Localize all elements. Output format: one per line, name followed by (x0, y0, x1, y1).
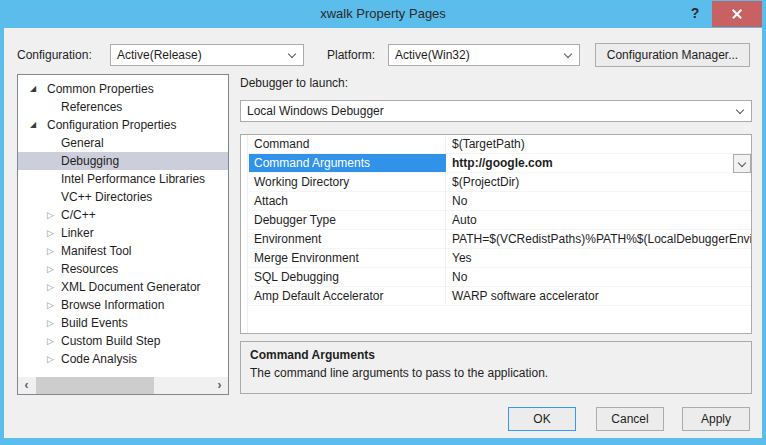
tree-item-label: Debugging (61, 154, 119, 168)
description-text: The command line arguments to pass to th… (250, 366, 742, 380)
tree-item-browse-information[interactable]: ▷Browse Information (18, 296, 228, 314)
property-row-amp-default-accelerator: Amp Default AcceleratorWARP software acc… (249, 287, 751, 306)
tree-item-references[interactable]: References (18, 98, 228, 116)
tree-item-build-events[interactable]: ▷Build Events (18, 314, 228, 332)
tree-collapsed-icon[interactable]: ▷ (47, 332, 54, 350)
configuration-combobox[interactable]: Active(Release) (110, 44, 304, 66)
tree-collapsed-icon[interactable]: ▷ (47, 278, 54, 296)
tree-item-vc-directories[interactable]: VC++ Directories (18, 188, 228, 206)
property-value[interactable]: Auto (446, 211, 751, 229)
tree-collapsed-icon[interactable]: ▷ (47, 224, 54, 242)
configuration-label: Configuration: (17, 44, 92, 66)
property-row-command: Command$(TargetPath) (249, 135, 751, 154)
property-name[interactable]: Command (249, 135, 446, 153)
property-row-sql-debugging: SQL DebuggingNo (249, 268, 751, 287)
tree-collapsed-icon[interactable]: ▷ (47, 314, 54, 332)
ok-button[interactable]: OK (508, 407, 576, 431)
cancel-button[interactable]: Cancel (596, 407, 664, 431)
property-name[interactable]: Merge Environment (249, 249, 446, 267)
tree-item-label: Linker (61, 226, 94, 240)
tree-collapsed-icon[interactable]: ▷ (47, 350, 54, 368)
chevron-down-icon (736, 106, 744, 114)
property-row-working-directory: Working Directory$(ProjectDir) (249, 173, 751, 192)
scrollbar-thumb[interactable] (36, 377, 154, 394)
tree-item-general[interactable]: General (18, 134, 228, 152)
description-title: Command Arguments (250, 348, 742, 362)
property-name[interactable]: Command Arguments (249, 154, 446, 172)
properties-tree-rows: ◢Common PropertiesReferences◢Configurati… (18, 80, 228, 368)
property-value[interactable]: Yes (446, 249, 751, 267)
property-name[interactable]: Environment (249, 230, 446, 248)
tree-collapsed-icon[interactable]: ▷ (47, 206, 54, 224)
tree-collapsed-icon[interactable]: ▷ (47, 260, 54, 278)
property-value[interactable]: http://google.com (446, 154, 751, 172)
property-value[interactable]: PATH=$(VCRedistPaths)%PATH%$(LocalDebugg… (446, 230, 751, 248)
tree-expanded-icon[interactable]: ◢ (30, 80, 36, 98)
tree-item-label: Custom Build Step (61, 334, 160, 348)
tree-item-code-analysis[interactable]: ▷Code Analysis (18, 350, 228, 368)
tree-item-label: Intel Performance Libraries (61, 172, 205, 186)
tree-item-debugging[interactable]: Debugging (18, 152, 228, 170)
property-value[interactable]: $(TargetPath) (446, 135, 751, 153)
close-button[interactable] (712, 1, 762, 27)
debugger-combobox[interactable]: Local Windows Debugger (240, 100, 752, 122)
property-name[interactable]: Amp Default Accelerator (249, 287, 446, 305)
property-name[interactable]: Attach (249, 192, 446, 210)
value-dropdown-button[interactable] (733, 154, 751, 173)
tree-item-intel-performance-libraries[interactable]: Intel Performance Libraries (18, 170, 228, 188)
tree-item-custom-build-step[interactable]: ▷Custom Build Step (18, 332, 228, 350)
property-row-command-arguments: Command Argumentshttp://google.com (249, 154, 751, 173)
help-icon: ? (691, 5, 700, 21)
tree-expanded-icon[interactable]: ◢ (30, 116, 36, 134)
dialog-body: Configuration: Active(Release) Platform:… (4, 28, 762, 438)
property-name[interactable]: Working Directory (249, 173, 446, 191)
property-value[interactable]: $(ProjectDir) (446, 173, 751, 191)
configuration-combobox-value: Active(Release) (117, 48, 202, 62)
chevron-down-icon (738, 159, 746, 167)
tree-collapsed-icon[interactable]: ▷ (47, 296, 54, 314)
property-value[interactable]: No (446, 192, 751, 210)
tree-item-label: XML Document Generator (61, 280, 201, 294)
tree-item-resources[interactable]: ▷Resources (18, 260, 228, 278)
tree-item-common-properties[interactable]: ◢Common Properties (18, 80, 228, 98)
property-value[interactable]: No (446, 268, 751, 286)
tree-item-label: Configuration Properties (47, 118, 176, 132)
chevron-down-icon (288, 50, 296, 58)
apply-button[interactable]: Apply (682, 407, 750, 431)
property-grid: Command$(TargetPath)Command Argumentshtt… (240, 134, 752, 334)
help-button[interactable]: ? (684, 0, 706, 27)
window-title: xwalk Property Pages (0, 0, 766, 28)
titlebar[interactable]: xwalk Property Pages ? (0, 0, 766, 28)
tree-item-xml-document-generator[interactable]: ▷XML Document Generator (18, 278, 228, 296)
scroll-right-icon[interactable]: › (211, 377, 228, 394)
tree-item-configuration-properties[interactable]: ◢Configuration Properties (18, 116, 228, 134)
platform-combobox-value: Active(Win32) (395, 48, 470, 62)
tree-item-label: Code Analysis (61, 352, 137, 366)
property-name[interactable]: SQL Debugging (249, 268, 446, 286)
tree-item-linker[interactable]: ▷Linker (18, 224, 228, 242)
property-row-debugger-type: Debugger TypeAuto (249, 211, 751, 230)
tree-item-label: Common Properties (47, 82, 154, 96)
tree-item-label: Manifest Tool (61, 244, 131, 258)
tree-item-label: References (61, 100, 122, 114)
horizontal-scrollbar[interactable]: ‹ › (18, 377, 228, 394)
property-row-environment: EnvironmentPATH=$(VCRedistPaths)%PATH%$(… (249, 230, 751, 249)
property-row-merge-environment: Merge EnvironmentYes (249, 249, 751, 268)
property-name[interactable]: Debugger Type (249, 211, 446, 229)
debugger-combobox-value: Local Windows Debugger (247, 104, 384, 118)
property-grid-margin (241, 135, 248, 333)
platform-label: Platform: (327, 44, 375, 66)
tree-item-manifest-tool[interactable]: ▷Manifest Tool (18, 242, 228, 260)
platform-combobox[interactable]: Active(Win32) (388, 44, 580, 66)
property-row-attach: AttachNo (249, 192, 751, 211)
properties-tree: ◢Common PropertiesReferences◢Configurati… (17, 74, 229, 395)
chevron-down-icon (564, 50, 572, 58)
tree-item-label: C/C++ (61, 208, 96, 222)
tree-item-c-c[interactable]: ▷C/C++ (18, 206, 228, 224)
property-pages-window: xwalk Property Pages ? Configuration: Ac… (0, 0, 766, 445)
close-icon (731, 8, 743, 20)
tree-collapsed-icon[interactable]: ▷ (47, 242, 54, 260)
property-value[interactable]: WARP software accelerator (446, 287, 751, 305)
scroll-left-icon[interactable]: ‹ (18, 377, 35, 394)
configuration-manager-button[interactable]: Configuration Manager... (595, 43, 750, 67)
